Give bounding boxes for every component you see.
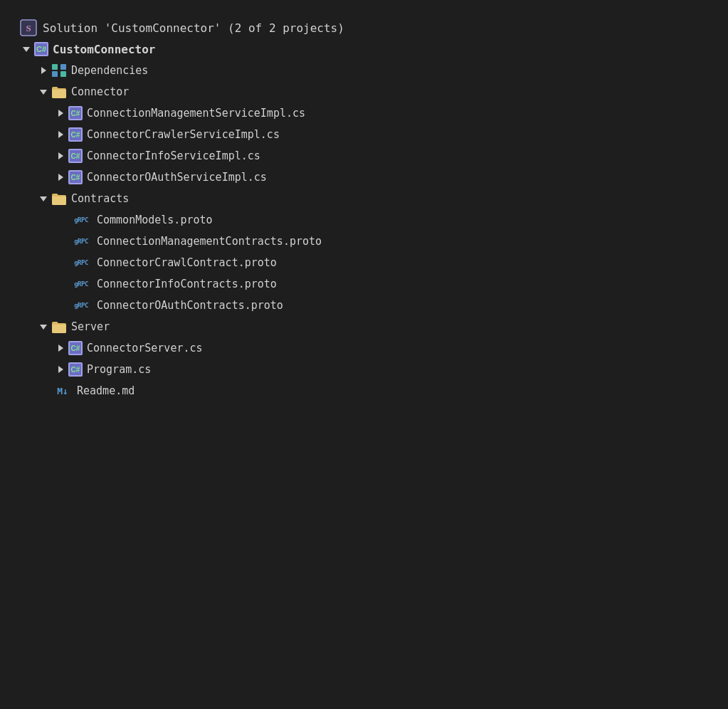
connector-server-label: ConnectorServer.cs bbox=[87, 342, 203, 354]
svg-rect-3 bbox=[52, 64, 58, 70]
grpc-icon: gRPC bbox=[68, 259, 94, 266]
connector-server-item[interactable]: C# ConnectorServer.cs bbox=[0, 337, 728, 359]
connector-crawler-service-label: ConnectorCrawlerServiceImpl.cs bbox=[87, 128, 280, 141]
svg-rect-4 bbox=[60, 64, 66, 70]
connector-info-contracts-proto-item[interactable]: gRPC ConnectorInfoContracts.proto bbox=[0, 273, 728, 295]
contracts-folder-item[interactable]: Contracts bbox=[0, 188, 728, 209]
chevron-right-icon bbox=[54, 342, 67, 354]
connection-management-service-item[interactable]: C# ConnectionManagementServiceImpl.cs bbox=[0, 103, 728, 124]
chevron-down-icon bbox=[20, 43, 33, 56]
connector-info-service-label: ConnectorInfoServiceImpl.cs bbox=[87, 149, 260, 162]
connector-oauth-service-item[interactable]: C# ConnectorOAuthServiceImpl.cs bbox=[0, 167, 728, 188]
folder-icon bbox=[51, 85, 67, 99]
chevron-right-icon bbox=[54, 149, 67, 162]
dependencies-icon bbox=[51, 63, 67, 78]
chevron-down-icon bbox=[37, 320, 50, 333]
program-cs-item[interactable]: C# Program.cs bbox=[0, 359, 728, 380]
connector-folder-label: Connector bbox=[71, 85, 129, 98]
connector-folder-item[interactable]: Connector bbox=[0, 81, 728, 103]
grpc-icon: gRPC bbox=[68, 302, 94, 309]
chevron-down-icon bbox=[37, 85, 50, 98]
server-folder-item[interactable]: Server bbox=[0, 316, 728, 337]
grpc-icon: gRPC bbox=[68, 216, 94, 224]
connector-crawler-service-item[interactable]: C# ConnectorCrawlerServiceImpl.cs bbox=[0, 124, 728, 145]
connection-management-contracts-proto-label: ConnectionManagementContracts.proto bbox=[97, 235, 322, 248]
chevron-right-icon bbox=[54, 363, 67, 376]
connector-crawl-contract-proto-label: ConnectorCrawlContract.proto bbox=[97, 256, 277, 269]
server-folder-label: Server bbox=[71, 320, 110, 333]
contracts-folder-label: Contracts bbox=[71, 192, 129, 205]
csharp-file-icon: C# bbox=[68, 149, 83, 163]
grpc-icon: gRPC bbox=[68, 280, 94, 288]
chevron-right-icon bbox=[54, 107, 67, 120]
csharp-project-icon: C# bbox=[34, 42, 48, 56]
csharp-file-icon: C# bbox=[68, 341, 83, 355]
markdown-icon: M↓ bbox=[51, 386, 74, 396]
folder-icon bbox=[51, 191, 67, 206]
csharp-file-icon: C# bbox=[68, 170, 83, 184]
csharp-file-icon: C# bbox=[68, 127, 83, 142]
svg-text:S: S bbox=[26, 23, 31, 33]
solution-icon: S bbox=[20, 19, 37, 36]
csharp-file-icon: C# bbox=[68, 362, 83, 377]
connector-oauth-contracts-proto-item[interactable]: gRPC ConnectorOAuthContracts.proto bbox=[0, 295, 728, 316]
connector-crawl-contract-proto-item[interactable]: gRPC ConnectorCrawlContract.proto bbox=[0, 252, 728, 273]
csharp-file-icon: C# bbox=[68, 106, 83, 120]
solution-label: Solution 'CustomConnector' (2 of 2 proje… bbox=[43, 21, 344, 35]
common-models-proto-item[interactable]: gRPC CommonModels.proto bbox=[0, 209, 728, 231]
chevron-right-icon bbox=[54, 171, 67, 184]
chevron-down-icon bbox=[37, 192, 50, 205]
connector-oauth-service-label: ConnectorOAuthServiceImpl.cs bbox=[87, 171, 267, 184]
svg-rect-6 bbox=[60, 71, 66, 77]
connection-management-service-label: ConnectionManagementServiceImpl.cs bbox=[87, 107, 305, 120]
grpc-icon: gRPC bbox=[68, 238, 94, 245]
readme-md-label: Readme.md bbox=[77, 384, 134, 397]
project-label: CustomConnector bbox=[53, 43, 156, 56]
chevron-right-icon bbox=[54, 128, 67, 141]
svg-rect-5 bbox=[52, 71, 58, 77]
connector-oauth-contracts-proto-label: ConnectorOAuthContracts.proto bbox=[97, 299, 283, 312]
solution-item[interactable]: S Solution 'CustomConnector' (2 of 2 pro… bbox=[0, 17, 728, 38]
readme-md-item[interactable]: M↓ Readme.md bbox=[0, 380, 728, 401]
connector-info-service-item[interactable]: C# ConnectorInfoServiceImpl.cs bbox=[0, 145, 728, 167]
dependencies-item[interactable]: Dependencies bbox=[0, 60, 728, 81]
program-cs-label: Program.cs bbox=[87, 363, 151, 376]
common-models-proto-label: CommonModels.proto bbox=[97, 214, 213, 226]
connection-management-contracts-proto-item[interactable]: gRPC ConnectionManagementContracts.proto bbox=[0, 231, 728, 252]
solution-explorer: S Solution 'CustomConnector' (2 of 2 pro… bbox=[0, 11, 728, 407]
dependencies-label: Dependencies bbox=[71, 64, 148, 77]
folder-icon bbox=[51, 320, 67, 334]
project-item[interactable]: C# CustomConnector bbox=[0, 38, 728, 60]
chevron-right-icon bbox=[37, 64, 50, 77]
connector-info-contracts-proto-label: ConnectorInfoContracts.proto bbox=[97, 278, 277, 290]
